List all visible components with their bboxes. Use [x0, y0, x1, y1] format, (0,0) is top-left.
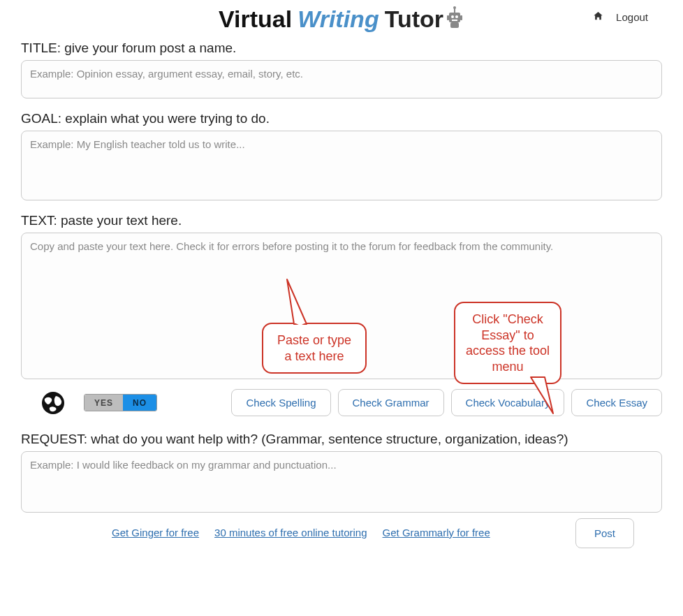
logo-word-2: Writing: [298, 7, 379, 31]
toolbar-left-group: YES NO: [41, 390, 157, 416]
logout-link[interactable]: Logout: [616, 11, 648, 23]
logo: Virtual Writing Tutor: [0, 7, 683, 31]
globe-icon[interactable]: [41, 390, 66, 416]
check-vocabulary-button[interactable]: Check Vocabulary: [451, 389, 565, 416]
request-input[interactable]: [21, 451, 662, 513]
svg-rect-3: [452, 20, 457, 21]
svg-point-5: [453, 6, 456, 9]
text-input[interactable]: [21, 233, 662, 379]
logo-word-1: Virtual: [219, 7, 292, 31]
svg-point-1: [451, 15, 454, 18]
check-grammar-button[interactable]: Check Grammar: [338, 389, 444, 416]
svg-rect-8: [450, 22, 459, 28]
toggle-no: NO: [123, 395, 156, 411]
yes-no-toggle[interactable]: YES NO: [84, 394, 157, 411]
footer-links: Get Ginger for free 30 minutes of free o…: [21, 515, 662, 544]
title-input[interactable]: [21, 60, 662, 98]
check-essay-button[interactable]: Check Essay: [571, 389, 662, 416]
check-toolbar: YES NO Check Spelling Check Grammar Chec…: [21, 382, 662, 422]
form-container: TITLE: give your forum post a name. GOAL…: [0, 41, 683, 551]
grammarly-link[interactable]: Get Grammarly for free: [383, 527, 490, 538]
text-label: TEXT: paste your text here.: [21, 213, 662, 228]
svg-rect-7: [460, 15, 462, 20]
svg-rect-6: [447, 15, 449, 20]
toggle-yes: YES: [85, 395, 123, 411]
title-label: TITLE: give your forum post a name.: [21, 41, 662, 56]
robot-icon: [445, 6, 464, 29]
home-icon[interactable]: [593, 11, 603, 23]
svg-point-2: [455, 15, 458, 18]
ginger-link[interactable]: Get Ginger for free: [112, 527, 199, 538]
logo-word-3: Tutor: [385, 7, 443, 31]
post-button[interactable]: Post: [575, 518, 634, 548]
request-label: REQUEST: what do you want help with? (Gr…: [21, 432, 662, 447]
goal-label: GOAL: explain what you were trying to do…: [21, 111, 662, 126]
check-spelling-button[interactable]: Check Spelling: [231, 389, 330, 416]
tutoring-link[interactable]: 30 minutes of free online tutoring: [214, 527, 367, 538]
goal-input[interactable]: [21, 131, 662, 200]
